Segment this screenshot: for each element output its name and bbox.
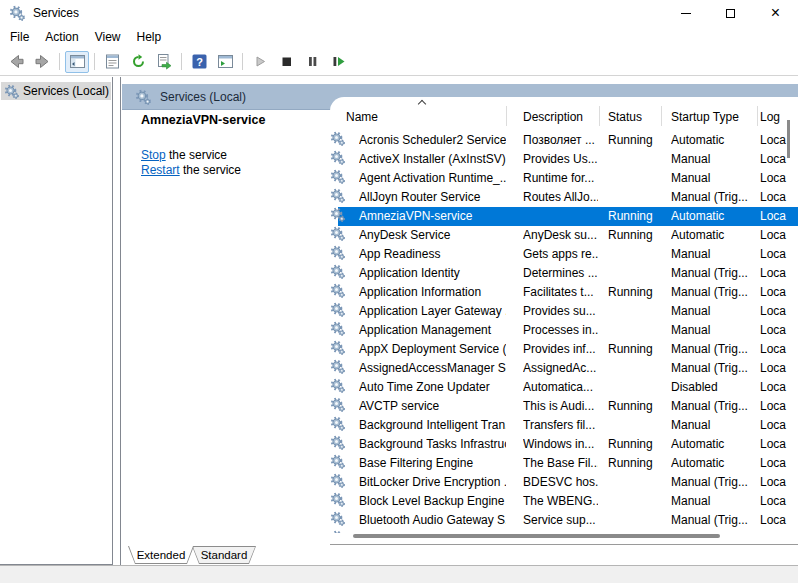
cell-status: Running	[608, 399, 660, 413]
table-row[interactable]: AmneziaVPN-service Running Automatic Loc…	[330, 207, 798, 226]
cell-log-on-as: Loca	[760, 513, 798, 527]
service-gear-icon	[330, 321, 345, 336]
cell-log-on-as: Loca	[760, 399, 798, 413]
cell-name: AssignedAccessManager Se...	[359, 361, 506, 375]
vertical-scrollbar-thumb[interactable]	[787, 120, 790, 158]
show-console-tree-icon	[69, 53, 86, 70]
column-header-description[interactable]: Description	[523, 110, 583, 124]
minimize-button[interactable]	[663, 0, 708, 26]
tree-item-services-local[interactable]: Services (Local)	[1, 82, 111, 100]
table-row[interactable]: Application Layer Gateway ... Provides s…	[330, 302, 798, 321]
forward-button[interactable]	[30, 51, 54, 73]
table-row[interactable]: Base Filtering Engine The Base Fil... Ru…	[330, 454, 798, 473]
restart-service-button[interactable]	[326, 51, 350, 73]
cell-startup-type: Manual (Trig...	[671, 475, 756, 489]
start-service-button[interactable]	[248, 51, 272, 73]
maximize-icon	[726, 9, 735, 18]
cell-log-on-as: Loca	[760, 323, 798, 337]
column-header-startup-type[interactable]: Startup Type	[671, 110, 739, 124]
cell-description: BDESVC hos...	[523, 475, 598, 489]
restart-service-link[interactable]: Restart	[141, 163, 180, 177]
table-row[interactable]	[330, 530, 798, 533]
table-row[interactable]: Application Information Facilitates t...…	[330, 283, 798, 302]
menu-item-file[interactable]: File	[2, 26, 37, 48]
service-gear-icon	[330, 359, 345, 374]
stop-service-button[interactable]	[274, 51, 298, 73]
help-button[interactable]: ?	[187, 51, 211, 73]
tab-standard[interactable]: Standard	[192, 546, 256, 564]
table-row[interactable]: Auto Time Zone Updater Automatica... Dis…	[330, 378, 798, 397]
table-row[interactable]: App Readiness Gets apps re... Manual Loc…	[330, 245, 798, 264]
table-row[interactable]: Block Level Backup Engine ... The WBENG.…	[330, 492, 798, 511]
show-console-tree-button[interactable]	[65, 51, 89, 73]
tab-extended[interactable]: Extended	[128, 546, 194, 564]
table-row[interactable]: AnyDesk Service AnyDesk su... Running Au…	[330, 226, 798, 245]
table-row[interactable]: AppX Deployment Service (... Provides in…	[330, 340, 798, 359]
column-divider[interactable]	[661, 106, 662, 126]
service-gear-icon	[330, 226, 345, 241]
cell-status: Running	[608, 285, 660, 299]
cell-startup-type: Manual	[671, 304, 756, 318]
service-gear-icon	[330, 302, 345, 317]
pause-service-button[interactable]	[300, 51, 324, 73]
cell-startup-type: Manual	[671, 323, 756, 337]
forward-icon	[34, 53, 51, 70]
table-row[interactable]: AVCTP service This is Audi... Running Ma…	[330, 397, 798, 416]
column-header-name[interactable]: Name	[346, 110, 378, 124]
table-row[interactable]: AllJoyn Router Service Routes AllJo... M…	[330, 188, 798, 207]
table-row[interactable]: Bluetooth Audio Gateway S... Service sup…	[330, 511, 798, 530]
cell-startup-type: Automatic	[671, 133, 756, 147]
column-divider[interactable]	[757, 106, 758, 126]
table-row[interactable]: BitLocker Drive Encryption ... BDESVC ho…	[330, 473, 798, 492]
cell-log-on-as: Loca	[760, 437, 798, 451]
cell-name: Acronis Scheduler2 Service	[359, 133, 506, 147]
cell-log-on-as: Loca	[760, 475, 798, 489]
close-button[interactable]: ×	[753, 0, 798, 26]
column-divider[interactable]	[599, 106, 600, 126]
column-header-log-on-as[interactable]: Log	[760, 110, 780, 124]
table-row[interactable]: Background Intelligent Tran... Transfers…	[330, 416, 798, 435]
menu-item-action[interactable]: Action	[37, 26, 86, 48]
cell-description: Processes in...	[523, 323, 598, 337]
table-row[interactable]: Agent Activation Runtime_... Runtime for…	[330, 169, 798, 188]
cell-log-on-as: Loca	[760, 361, 798, 375]
refresh-button[interactable]	[126, 51, 150, 73]
table-row[interactable]: Application Management Processes in... M…	[330, 321, 798, 340]
horizontal-scrollbar-thumb[interactable]	[353, 534, 720, 538]
export-list-button[interactable]	[152, 51, 176, 73]
menu-item-view[interactable]: View	[87, 26, 129, 48]
back-button[interactable]	[4, 51, 28, 73]
cell-startup-type: Automatic	[671, 228, 756, 242]
cell-description: Service sup...	[523, 513, 598, 527]
cell-name: ActiveX Installer (AxInstSV)	[359, 152, 506, 166]
column-divider[interactable]	[506, 106, 507, 126]
cell-description: Transfers fil...	[523, 418, 598, 432]
cell-log-on-as: Loca	[760, 247, 798, 261]
cell-log-on-as: Loca	[760, 380, 798, 394]
cell-startup-type: Manual	[671, 418, 756, 432]
cell-status: Running	[608, 456, 660, 470]
table-row[interactable]: AssignedAccessManager Se... AssignedAc..…	[330, 359, 798, 378]
properties-icon	[104, 53, 121, 70]
table-row[interactable]: Background Tasks Infrastruc... Windows i…	[330, 435, 798, 454]
menu-item-help[interactable]: Help	[129, 26, 170, 48]
title-bar: Services ×	[0, 0, 798, 26]
properties-button[interactable]	[100, 51, 124, 73]
cell-log-on-as: Loca	[760, 133, 798, 147]
stop-service-link[interactable]: Stop	[141, 148, 166, 162]
services-app-icon	[9, 5, 25, 21]
cell-startup-type: Automatic	[671, 437, 756, 451]
cell-description: Provides su...	[523, 304, 598, 318]
maximize-button[interactable]	[708, 0, 753, 26]
column-header-status[interactable]: Status	[608, 110, 642, 124]
show-action-pane-button[interactable]	[213, 51, 237, 73]
cell-description: This is Audi...	[523, 399, 598, 413]
cell-log-on-as: Loca	[760, 285, 798, 299]
cell-log-on-as: Loca	[760, 456, 798, 470]
stop-service-icon	[278, 53, 295, 70]
table-row[interactable]: Acronis Scheduler2 Service Позволяет ...…	[330, 131, 798, 150]
cell-name: BitLocker Drive Encryption ...	[359, 475, 506, 489]
table-row[interactable]: Application Identity Determines ... Manu…	[330, 264, 798, 283]
table-row[interactable]: ActiveX Installer (AxInstSV) Provides Us…	[330, 150, 798, 169]
restart-service-line: Restart the service	[141, 163, 331, 178]
